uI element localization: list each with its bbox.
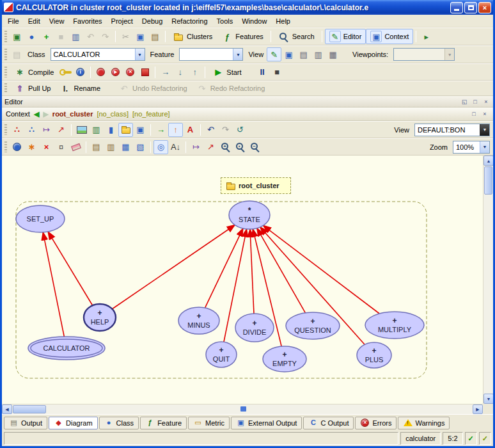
search-icon[interactable]: [278, 31, 290, 42]
toolbar-grip[interactable]: [4, 141, 7, 153]
feature-icon[interactable]: ƒ: [145, 418, 155, 428]
paste-icon[interactable]: ▤: [148, 29, 162, 44]
undo-refactoring-button[interactable]: ↶Undo Refactoring: [114, 81, 192, 96]
tab-errors[interactable]: ×Errors: [355, 417, 397, 429]
horizontal-scroll-track[interactable]: [47, 404, 473, 414]
context-icon[interactable]: ▣: [370, 31, 382, 42]
zoom-in-icon[interactable]: +: [218, 140, 233, 154]
pause-icon[interactable]: II: [255, 65, 270, 79]
clusters-button[interactable]: Clusters: [168, 29, 217, 44]
cluster-tool-icon[interactable]: ∴: [24, 123, 39, 137]
show-client-links-icon[interactable]: ↦: [189, 140, 203, 154]
tab-c-output[interactable]: CC Output: [303, 417, 354, 429]
compile-icon[interactable]: ∗: [14, 67, 26, 78]
flat-view-icon[interactable]: ▤: [296, 47, 311, 61]
tab-output[interactable]: ▤Output: [4, 417, 47, 429]
up-level-icon[interactable]: ↑: [168, 123, 183, 137]
dropdown-arrow-icon[interactable]: ▼: [480, 124, 489, 136]
tab-feature[interactable]: ƒFeature: [140, 417, 187, 429]
layout-vertical-icon[interactable]: ▥: [104, 140, 118, 154]
class-node-HELP[interactable]: +HELP: [84, 304, 116, 331]
delete-icon[interactable]: ×: [39, 140, 54, 154]
class-icon[interactable]: ●: [104, 418, 114, 428]
diagram-view-combo[interactable]: DEFAULT:BON▼: [414, 124, 490, 136]
new-tab-view-icon[interactable]: ▣: [281, 47, 296, 61]
redo-icon[interactable]: ↷: [98, 29, 113, 44]
layout-grid-icon[interactable]: ▦: [118, 140, 133, 154]
inherit-edge-HELP-SET_UP[interactable]: [48, 232, 93, 305]
tab-class[interactable]: ●Class: [99, 417, 139, 429]
warnings-icon[interactable]: !: [403, 418, 412, 428]
menu-refactoring[interactable]: Refactoring: [167, 16, 212, 26]
toolbar-grip[interactable]: [4, 124, 7, 136]
scroll-down-icon[interactable]: ▼: [483, 394, 494, 404]
layout-circle-icon[interactable]: ▧: [133, 140, 148, 154]
vertical-scroll-track[interactable]: [483, 195, 493, 394]
editor-icon[interactable]: ✎: [329, 31, 341, 42]
zoom-combo[interactable]: 100%▼: [453, 141, 490, 154]
tab-metric[interactable]: ▭Metric: [188, 417, 230, 429]
start-icon[interactable]: ▶: [212, 67, 224, 78]
dropdown-arrow-icon[interactable]: ▼: [135, 49, 145, 60]
new-cluster-icon[interactable]: [118, 123, 133, 137]
class-node-QUESTION[interactable]: +QUESTION: [286, 312, 340, 339]
menu-help[interactable]: Help: [271, 16, 295, 26]
class-node-MULTIPLY[interactable]: +MULTIPLY: [365, 312, 424, 339]
context-button[interactable]: ▣Context: [366, 29, 413, 44]
copy-icon[interactable]: ▣: [133, 29, 148, 44]
pull-up-icon[interactable]: ⇑: [14, 83, 26, 94]
class-tool-icon[interactable]: ∴: [10, 123, 24, 137]
pull-up-button[interactable]: ⇑Pull Up: [10, 81, 55, 96]
editor-button[interactable]: ✎Editor: [325, 29, 366, 44]
scroll-right-icon[interactable]: ▶: [473, 404, 483, 414]
inherit-edge-MINUS-STATE[interactable]: [205, 228, 243, 308]
start-button[interactable]: ▶Start: [208, 65, 246, 80]
quick-melt-icon[interactable]: [93, 65, 108, 79]
toolbar-grip[interactable]: [4, 67, 7, 78]
client-supplier-tool-icon[interactable]: ↦: [39, 123, 54, 137]
toolbar-grip[interactable]: [4, 83, 7, 93]
layout-horizontal-icon[interactable]: ▤: [89, 140, 104, 154]
errors-icon[interactable]: ×: [360, 418, 370, 428]
text-tool-icon[interactable]: A: [183, 123, 198, 137]
center-diagram-icon[interactable]: ◎: [153, 140, 168, 154]
snapshot-icon[interactable]: [74, 123, 89, 137]
external-commands-icon[interactable]: ▸: [419, 29, 434, 44]
maximize-icon[interactable]: [464, 2, 477, 13]
horizontal-scrollbar[interactable]: ◀ ▶: [2, 404, 483, 414]
menu-tools[interactable]: Tools: [212, 16, 238, 26]
dropdown-arrow-icon[interactable]: ▼: [444, 49, 454, 60]
class-node-STATE[interactable]: *STATE: [229, 201, 270, 229]
zoom-fit-icon[interactable]: ▪: [233, 140, 248, 154]
project-information-icon[interactable]: i: [73, 65, 88, 79]
inherit-edge-DIVIDE-STATE[interactable]: [250, 229, 254, 314]
history-back-icon[interactable]: ◀: [34, 110, 39, 118]
title-bar[interactable]: CALCULATOR in cluster root_cluster locat…: [2, 0, 493, 15]
menu-debug[interactable]: Debug: [138, 16, 167, 26]
freeze-icon[interactable]: ▸: [108, 65, 123, 79]
rename-icon[interactable]: I.: [59, 83, 71, 94]
maximize-context-icon[interactable]: □: [469, 110, 478, 118]
redo-diagram-icon[interactable]: ↷: [218, 123, 233, 137]
eraser-icon[interactable]: [68, 140, 83, 154]
force-layout-icon[interactable]: ∗: [24, 140, 39, 154]
close-panel-icon[interactable]: ×: [482, 97, 491, 106]
class-node-MINUS[interactable]: +MINUS: [178, 307, 219, 334]
new-window-icon[interactable]: ▣: [10, 29, 24, 44]
search-button[interactable]: Search: [274, 29, 319, 44]
class-node-CALCULATOR[interactable]: CALCULATOR: [28, 337, 105, 360]
vertical-scroll-thumb[interactable]: [484, 166, 492, 195]
step-over-icon[interactable]: →: [158, 65, 173, 79]
go-to-icon[interactable]: →: [153, 123, 168, 137]
clusters-icon[interactable]: [173, 31, 184, 42]
class-node-PLUS[interactable]: +PLUS: [357, 342, 391, 368]
class-node-SET_UP[interactable]: SET_UP: [16, 205, 65, 232]
class-combo[interactable]: CALCULATOR▼: [51, 48, 145, 61]
class-node-EMPTY[interactable]: +EMPTY: [263, 346, 306, 372]
sort-icon[interactable]: A↓: [168, 140, 183, 154]
crop-icon[interactable]: ¤: [54, 140, 68, 154]
redo-refactoring-button[interactable]: ↷Redo Refactoring: [192, 81, 270, 96]
step-into-icon[interactable]: ↓: [173, 65, 187, 79]
melt-icon[interactable]: [58, 65, 73, 79]
zoom-out-icon[interactable]: −: [248, 140, 262, 154]
